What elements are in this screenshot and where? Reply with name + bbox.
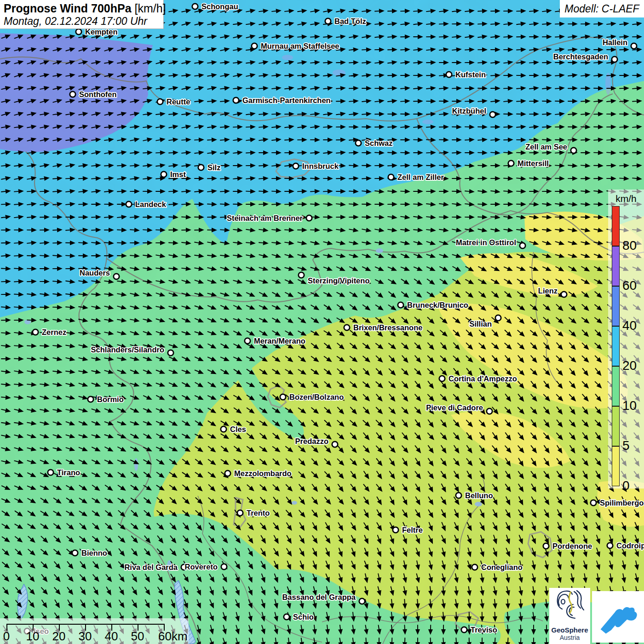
city-marker	[126, 201, 132, 207]
city-marker	[508, 161, 514, 166]
partner-logo	[592, 591, 644, 643]
city-label: Bad Tölz	[334, 17, 366, 25]
city: Imst	[161, 170, 186, 178]
scale-label: 30	[79, 629, 92, 644]
legend-tick-label: 60	[622, 278, 644, 293]
city-label: Matrei in Osttirol	[456, 238, 516, 247]
city-label: Steinach am Brenner	[227, 214, 303, 222]
city: Steinach am Brenner	[227, 214, 312, 222]
city-label: Lienz	[538, 287, 558, 295]
scale-label: 20	[52, 629, 66, 644]
geosphere-name: GeoSphere	[549, 627, 590, 634]
city-marker	[192, 4, 198, 9]
title-text: Prognose Wind 700hPa	[4, 2, 132, 15]
city-label: Mezzolombardo	[234, 469, 292, 477]
city-marker	[456, 493, 461, 498]
city-label: Cortina d'Ampezzo	[448, 374, 517, 383]
city-label: Murnau am Staffelsee	[261, 42, 339, 50]
city: Bruneck/Brunico	[398, 301, 468, 309]
city-marker	[344, 325, 350, 330]
city-label: Pieve di Cadore	[426, 403, 483, 412]
city: Mezzolombardo	[225, 469, 292, 477]
city-label: Cles	[230, 425, 246, 433]
city: Cles	[221, 425, 246, 433]
city-marker	[490, 112, 495, 117]
city: Cortina d'Ampezzo	[439, 374, 517, 383]
city-marker	[520, 243, 525, 248]
city-label: Mittersill	[518, 159, 549, 167]
weather-map-page: SchongauBad TölzKemptenMurnau am Staffel…	[0, 0, 644, 644]
legend-swatch	[612, 246, 620, 286]
scale-label: 50	[131, 629, 144, 644]
city-marker	[495, 315, 501, 321]
city-marker	[161, 172, 167, 177]
city-label: Belluno	[465, 491, 493, 500]
city-label: Imst	[170, 170, 186, 178]
city-label: Sonthofen	[79, 90, 117, 98]
city-marker	[561, 292, 567, 297]
city-marker	[157, 99, 163, 104]
city-marker	[631, 43, 637, 49]
city-marker	[221, 564, 227, 569]
city-label: Innsbruck	[302, 162, 339, 170]
city-label: Bienno	[81, 549, 107, 557]
city-label: Landeck	[135, 200, 167, 208]
city-label: Schwaz	[365, 139, 393, 147]
model-label: Modell: C-LAEF	[564, 3, 639, 15]
city-marker	[359, 598, 365, 604]
city-label: Sillian	[469, 320, 492, 328]
city-label: Feltre	[402, 526, 423, 534]
city-marker	[33, 329, 38, 335]
city: Riva del Garda	[124, 563, 187, 571]
city-label: Treviso	[471, 626, 497, 634]
valid-time: Montag, 02.12.2024 17:00 Uhr	[4, 15, 163, 28]
title-box: Prognose Wind 700hPa [km/h] Montag, 02.1…	[0, 0, 164, 29]
city-label: Schongau	[201, 2, 238, 11]
city: Garmisch-Partenkirchen	[233, 96, 331, 104]
city-label: Meran/Merano	[254, 337, 305, 345]
city-label: Bozen/Bolzano	[289, 393, 344, 401]
legend-swatch	[612, 286, 620, 326]
city: Meran/Merano	[245, 337, 305, 345]
city-marker	[356, 140, 361, 146]
legend-unit-label: km/h	[608, 193, 644, 204]
legend-tick-label: 80	[622, 238, 644, 253]
lake	[376, 248, 383, 253]
city-marker	[393, 527, 398, 533]
city-marker	[70, 92, 75, 97]
geosphere-logo: GeoSphere Austria	[549, 588, 590, 644]
city-marker	[398, 302, 403, 308]
city-marker	[571, 148, 576, 153]
city-marker	[88, 397, 93, 402]
city-label: Nauders	[80, 269, 110, 277]
city-label: Silz	[207, 163, 220, 172]
city-label: Zell am Ziller	[397, 173, 444, 181]
lake	[475, 502, 482, 506]
city: Silz	[198, 163, 221, 172]
lake	[292, 501, 297, 505]
city-label: Hallein	[603, 38, 627, 46]
city-marker	[607, 543, 613, 548]
city-label: Kitzbühel	[452, 107, 486, 115]
city-marker	[168, 350, 173, 356]
city-label: Zernez	[42, 328, 66, 336]
legend-tick-label: 5	[622, 438, 644, 453]
city-label: Trento	[247, 509, 270, 517]
city-marker	[612, 57, 617, 62]
city: Murnau am Staffelsee	[252, 42, 339, 50]
city-marker	[76, 29, 81, 34]
city-marker	[388, 174, 394, 180]
city-marker	[280, 394, 286, 400]
scale-label: 10	[26, 629, 40, 644]
map-scale-bar: 0102030405060km	[0, 618, 189, 644]
city: Brixen/Bressanone	[344, 323, 423, 332]
city-marker	[233, 98, 239, 103]
city-marker	[591, 500, 596, 506]
city-marker	[252, 43, 257, 49]
legend-swatch	[612, 326, 620, 366]
page-title: Prognose Wind 700hPa [km/h]	[4, 2, 163, 15]
city-marker	[114, 274, 119, 279]
lake	[134, 458, 138, 471]
city-label: Kufstein	[455, 70, 486, 79]
city-label: Rovereto	[184, 563, 218, 571]
